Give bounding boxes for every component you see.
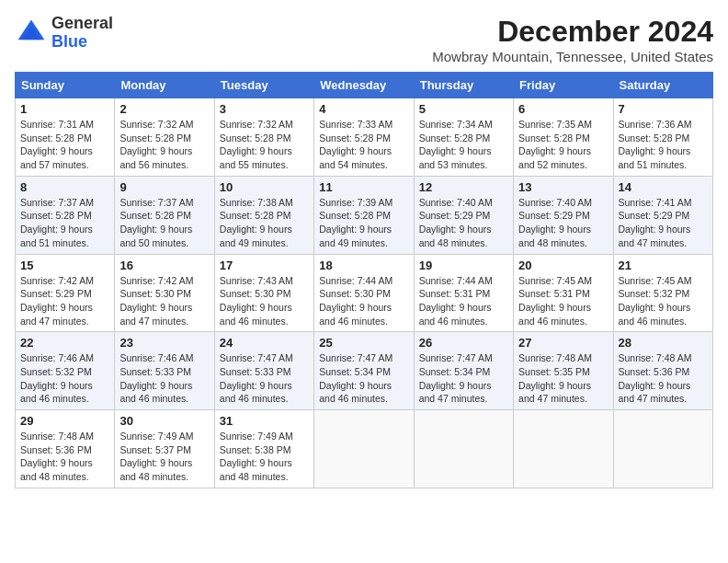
calendar-cell: 27 Sunrise: 7:48 AM Sunset: 5:35 PM Dayl… [514,332,613,410]
day-number: 14 [619,180,708,194]
day-info: Sunrise: 7:47 AM Sunset: 5:33 PM Dayligh… [220,351,309,406]
weekday-header: Wednesday [314,73,414,98]
day-number: 11 [319,180,408,194]
day-info: Sunrise: 7:38 AM Sunset: 5:28 PM Dayligh… [220,196,309,250]
location-title: Mowbray Mountain, Tennessee, United Stat… [432,49,713,64]
day-info: Sunrise: 7:41 AM Sunset: 5:29 PM Dayligh… [619,196,708,250]
calendar-cell: 8 Sunrise: 7:37 AM Sunset: 5:28 PM Dayli… [16,176,115,254]
day-number: 13 [518,180,608,194]
day-number: 1 [20,102,109,116]
day-number: 28 [619,336,708,350]
day-info: Sunrise: 7:48 AM Sunset: 5:36 PM Dayligh… [619,351,708,406]
calendar-cell: 1 Sunrise: 7:31 AM Sunset: 5:28 PM Dayli… [16,98,115,177]
day-number: 21 [619,259,708,272]
day-info: Sunrise: 7:44 AM Sunset: 5:30 PM Dayligh… [319,274,408,328]
day-number: 26 [419,336,508,350]
calendar-cell: 15 Sunrise: 7:42 AM Sunset: 5:29 PM Dayl… [16,254,115,332]
day-info: Sunrise: 7:34 AM Sunset: 5:28 PM Dayligh… [419,118,508,172]
day-info: Sunrise: 7:37 AM Sunset: 5:28 PM Dayligh… [20,196,109,250]
day-info: Sunrise: 7:39 AM Sunset: 5:28 PM Dayligh… [319,196,408,250]
weekday-header-row: SundayMondayTuesdayWednesdayThursdayFrid… [16,73,713,98]
day-info: Sunrise: 7:32 AM Sunset: 5:28 PM Dayligh… [220,118,309,172]
calendar-cell: 19 Sunrise: 7:44 AM Sunset: 5:31 PM Dayl… [414,254,513,332]
weekday-header: Thursday [414,73,513,98]
calendar-cell: 29 Sunrise: 7:48 AM Sunset: 5:36 PM Dayl… [16,410,115,488]
weekday-header: Monday [115,73,214,98]
day-number: 27 [518,336,608,350]
calendar-week-row: 22 Sunrise: 7:46 AM Sunset: 5:32 PM Dayl… [16,332,713,410]
calendar-cell: 7 Sunrise: 7:36 AM Sunset: 5:28 PM Dayli… [613,98,712,177]
calendar-cell [514,410,613,488]
day-info: Sunrise: 7:47 AM Sunset: 5:34 PM Dayligh… [319,351,408,406]
day-number: 9 [119,180,209,194]
weekday-header: Sunday [16,73,115,98]
calendar-cell: 23 Sunrise: 7:46 AM Sunset: 5:33 PM Dayl… [115,332,214,410]
calendar-cell: 10 Sunrise: 7:38 AM Sunset: 5:28 PM Dayl… [214,176,313,254]
day-info: Sunrise: 7:40 AM Sunset: 5:29 PM Dayligh… [518,196,608,250]
logo-blue: Blue [51,32,87,51]
calendar-cell: 12 Sunrise: 7:40 AM Sunset: 5:29 PM Dayl… [414,176,513,254]
title-block: December 2024 Mowbray Mountain, Tennesse… [432,15,713,64]
day-number: 12 [419,180,508,194]
calendar-cell: 13 Sunrise: 7:40 AM Sunset: 5:29 PM Dayl… [514,176,613,254]
day-info: Sunrise: 7:43 AM Sunset: 5:30 PM Dayligh… [220,274,309,328]
day-number: 20 [518,259,608,272]
day-number: 19 [419,259,508,272]
calendar-cell: 4 Sunrise: 7:33 AM Sunset: 5:28 PM Dayli… [314,98,414,177]
logo-general: General [51,14,113,32]
day-number: 24 [220,336,309,350]
calendar-week-row: 1 Sunrise: 7:31 AM Sunset: 5:28 PM Dayli… [16,98,713,177]
day-info: Sunrise: 7:48 AM Sunset: 5:35 PM Dayligh… [518,351,608,406]
day-info: Sunrise: 7:42 AM Sunset: 5:30 PM Dayligh… [119,274,209,328]
day-info: Sunrise: 7:31 AM Sunset: 5:28 PM Dayligh… [20,118,109,172]
day-info: Sunrise: 7:44 AM Sunset: 5:31 PM Dayligh… [419,274,508,328]
day-number: 17 [220,259,309,272]
day-info: Sunrise: 7:46 AM Sunset: 5:33 PM Dayligh… [119,351,209,406]
day-info: Sunrise: 7:36 AM Sunset: 5:28 PM Dayligh… [619,118,708,172]
calendar-cell: 28 Sunrise: 7:48 AM Sunset: 5:36 PM Dayl… [613,332,712,410]
calendar-cell: 20 Sunrise: 7:45 AM Sunset: 5:31 PM Dayl… [514,254,613,332]
calendar-cell: 31 Sunrise: 7:49 AM Sunset: 5:38 PM Dayl… [214,410,313,488]
day-info: Sunrise: 7:32 AM Sunset: 5:28 PM Dayligh… [119,118,209,172]
day-info: Sunrise: 7:46 AM Sunset: 5:32 PM Dayligh… [20,351,109,406]
day-number: 16 [119,259,209,272]
day-number: 10 [220,180,309,194]
calendar-cell: 3 Sunrise: 7:32 AM Sunset: 5:28 PM Dayli… [214,98,313,177]
calendar-week-row: 15 Sunrise: 7:42 AM Sunset: 5:29 PM Dayl… [16,254,713,332]
day-info: Sunrise: 7:48 AM Sunset: 5:36 PM Dayligh… [20,430,109,484]
calendar-cell: 2 Sunrise: 7:32 AM Sunset: 5:28 PM Dayli… [115,98,214,177]
day-number: 22 [20,336,109,350]
calendar-cell: 30 Sunrise: 7:49 AM Sunset: 5:37 PM Dayl… [115,410,214,488]
day-number: 3 [220,102,309,116]
day-info: Sunrise: 7:45 AM Sunset: 5:31 PM Dayligh… [518,274,608,328]
day-info: Sunrise: 7:35 AM Sunset: 5:28 PM Dayligh… [518,118,608,172]
weekday-header: Friday [514,73,613,98]
calendar-cell: 21 Sunrise: 7:45 AM Sunset: 5:32 PM Dayl… [613,254,712,332]
calendar-cell: 24 Sunrise: 7:47 AM Sunset: 5:33 PM Dayl… [214,332,313,410]
day-number: 23 [119,336,209,350]
day-info: Sunrise: 7:33 AM Sunset: 5:28 PM Dayligh… [319,118,408,172]
weekday-header: Tuesday [214,73,313,98]
day-number: 30 [119,414,209,428]
day-number: 5 [419,102,508,116]
day-number: 8 [20,180,109,194]
day-number: 2 [119,102,209,116]
calendar-cell [314,410,414,488]
calendar-cell: 18 Sunrise: 7:44 AM Sunset: 5:30 PM Dayl… [314,254,414,332]
day-number: 18 [319,259,408,272]
calendar-week-row: 8 Sunrise: 7:37 AM Sunset: 5:28 PM Dayli… [16,176,713,254]
calendar-cell: 17 Sunrise: 7:43 AM Sunset: 5:30 PM Dayl… [214,254,313,332]
calendar-week-row: 29 Sunrise: 7:48 AM Sunset: 5:36 PM Dayl… [16,410,713,488]
day-number: 15 [20,259,109,272]
calendar-cell: 5 Sunrise: 7:34 AM Sunset: 5:28 PM Dayli… [414,98,513,177]
day-info: Sunrise: 7:49 AM Sunset: 5:37 PM Dayligh… [119,430,209,484]
calendar-cell: 25 Sunrise: 7:47 AM Sunset: 5:34 PM Dayl… [314,332,414,410]
day-info: Sunrise: 7:47 AM Sunset: 5:34 PM Dayligh… [419,351,508,406]
page-header: General Blue December 2024 Mowbray Mount… [15,15,713,64]
calendar-cell: 16 Sunrise: 7:42 AM Sunset: 5:30 PM Dayl… [115,254,214,332]
day-info: Sunrise: 7:45 AM Sunset: 5:32 PM Dayligh… [619,274,708,328]
logo-text: General Blue [51,15,113,52]
day-number: 4 [319,102,408,116]
calendar-cell: 14 Sunrise: 7:41 AM Sunset: 5:29 PM Dayl… [613,176,712,254]
day-info: Sunrise: 7:49 AM Sunset: 5:38 PM Dayligh… [220,430,309,484]
